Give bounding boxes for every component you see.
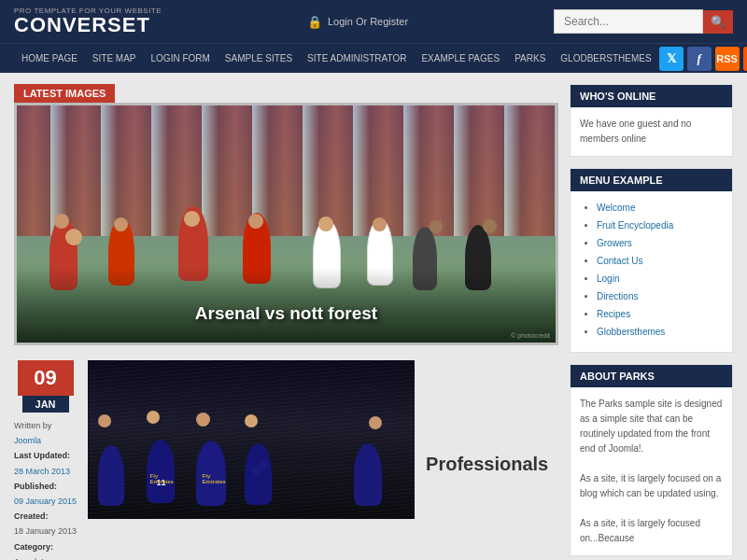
hero-caption: Arsenal vs nott forest	[195, 303, 377, 324]
lock-icon: 🔒	[307, 15, 322, 29]
article-section: 09 JAN Written byJoomla Last Updated:28 …	[14, 360, 558, 560]
about-parks-box: ABOUT PARKS The Parks sample site is des…	[570, 364, 733, 556]
whos-online-title: WHO'S ONLINE	[571, 85, 732, 107]
article-right: Professionals	[426, 360, 558, 560]
nav-links: HOME PAGE SITE MAP LOGIN FORM SAMPLE SIT…	[14, 44, 659, 73]
menu-item-globbersthemes[interactable]: Globbersthemes	[597, 327, 665, 337]
main-nav: HOME PAGE SITE MAP LOGIN FORM SAMPLE SIT…	[0, 43, 747, 73]
nav-home[interactable]: HOME PAGE	[14, 44, 85, 73]
content-area: LATEST IMAGES	[14, 84, 558, 560]
article-date-month: JAN	[22, 396, 69, 413]
latest-images-label: LATEST IMAGES	[14, 84, 115, 103]
rss-icon[interactable]: RSS	[715, 47, 740, 71]
about-parks-content: The Parks sample site is designed as a s…	[571, 387, 732, 555]
menu-item-welcome[interactable]: Welcome	[597, 203, 636, 213]
last-updated-value[interactable]: 28 March 2013	[14, 467, 70, 476]
search-area: 🔍	[554, 9, 733, 34]
menu-item-recipes[interactable]: Recipes	[597, 309, 630, 319]
article-title[interactable]: Professionals	[426, 454, 558, 475]
article-date-box: 09 JAN Written byJoomla Last Updated:28 …	[14, 360, 77, 560]
nav-glodbersthemes[interactable]: GLODBERSTHEMES	[553, 44, 658, 73]
last-updated-label: Last Updated:	[14, 451, 70, 460]
main-content: LATEST IMAGES	[0, 73, 747, 560]
nav-admin[interactable]: SITE ADMINISTRATOR	[300, 44, 414, 73]
nav-sample[interactable]: SAMPLE SITES	[218, 44, 300, 73]
nav-login[interactable]: LOGIN FORM	[144, 44, 218, 73]
sidebar: WHO'S ONLINE We have one guest and no me…	[570, 84, 733, 560]
about-parks-text3: As a site, it is largely focused on...Be…	[580, 516, 723, 546]
written-by-label: Written by	[14, 421, 51, 430]
facebook-icon[interactable]: f	[687, 47, 712, 71]
article-image[interactable]: 11 FlyEmirates FlyEmirates	[88, 360, 415, 519]
about-parks-text2: As a site, it is largely focused on a bl…	[580, 471, 723, 501]
menu-item-login[interactable]: Login	[597, 273, 619, 284]
site-header: PRO TEMPLATE FOR YOUR WEBSITE CONVERSET …	[0, 0, 747, 43]
search-button[interactable]: 🔍	[703, 10, 733, 34]
created-label: Created:	[14, 511, 49, 521]
search-input[interactable]	[554, 9, 703, 34]
social-icons: 𝕏 f RSS ☁ in	[659, 47, 747, 71]
site-logo[interactable]: PRO TEMPLATE FOR YOUR WEBSITE CONVERSET	[14, 7, 162, 35]
menu-example-content: Welcome Fruit Encyclopedia Growers Conta…	[571, 191, 732, 352]
watermark: © photocredit	[511, 332, 550, 339]
menu-item-fruit-encyclopedia[interactable]: Fruit Encyclopedia	[597, 220, 673, 231]
menu-example-title: MENU EXAMPLE	[571, 169, 732, 191]
whos-online-box: WHO'S ONLINE We have one guest and no me…	[570, 84, 733, 157]
nav-example[interactable]: EXAMPLE PAGES	[414, 44, 507, 73]
published-value[interactable]: 09 January 2015	[14, 497, 77, 506]
about-parks-text1: The Parks sample site is designed as a s…	[580, 397, 723, 456]
category-label: Category:	[14, 542, 53, 552]
article-meta: Written byJoomla Last Updated:28 March 2…	[14, 418, 77, 560]
nav-parks[interactable]: PARKS	[507, 44, 553, 73]
logo-text: PRO TEMPLATE FOR YOUR WEBSITE CONVERSET	[14, 7, 162, 35]
login-label[interactable]: Login Or Register	[328, 16, 408, 27]
about-parks-title: ABOUT PARKS	[571, 365, 732, 387]
latest-images-section: LATEST IMAGES	[14, 84, 558, 345]
twitter-icon[interactable]: 𝕏	[659, 47, 684, 71]
written-by-link[interactable]: Joomla	[14, 436, 41, 445]
hero-image[interactable]: Arsenal vs nott forest © photocredit	[14, 103, 558, 345]
menu-item-directions[interactable]: Directions	[597, 291, 638, 301]
created-value: 18 January 2013	[14, 526, 77, 536]
whos-online-content: We have one guest and no members online	[571, 107, 732, 156]
nav-sitemap[interactable]: SITE MAP	[85, 44, 144, 73]
article-date-num: 09	[18, 360, 74, 396]
soundcloud-icon[interactable]: ☁	[743, 47, 747, 71]
login-area[interactable]: 🔒 Login Or Register	[180, 15, 535, 29]
menu-item-growers[interactable]: Growers	[597, 238, 632, 248]
published-label: Published:	[14, 482, 57, 491]
menu-item-contact[interactable]: Contact Us	[597, 256, 642, 266]
menu-example-box: MENU EXAMPLE Welcome Fruit Encyclopedia …	[570, 168, 733, 353]
